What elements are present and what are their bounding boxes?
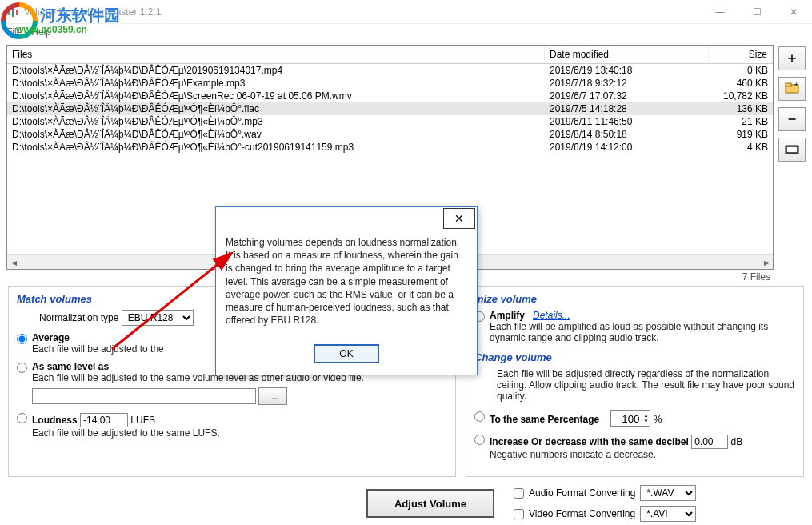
average-radio[interactable]	[17, 334, 27, 344]
cell-size: 10,782 KB	[709, 90, 773, 102]
minimize-button[interactable]: —	[702, 0, 738, 24]
audio-format-select[interactable]: *.WAV	[640, 485, 696, 501]
decibel-input[interactable]	[691, 435, 728, 449]
table-row[interactable]: D:\tools\×ÀÃæ\ÐÂ½¨ÎÄ¼þ¼Ð\ÐÂÊÓÆµ\20190619…	[7, 64, 773, 77]
column-header-files[interactable]: Files	[7, 46, 545, 63]
cell-path: D:\tools\×ÀÃæ\ÐÂ½¨ÎÄ¼þ¼Ð\ÐÂÊÓÆµ\ºÓ¶«Èí¼þ…	[7, 141, 545, 154]
decibel-note: Negative numbers indicate a decrease.	[490, 449, 742, 460]
column-header-date[interactable]: Date modified	[545, 46, 709, 63]
table-row[interactable]: D:\tools\×ÀÃæ\ÐÂ½¨ÎÄ¼þ¼Ð\ÐÂÊÓÆµ\ºÓ¶«Èí¼þ…	[7, 141, 773, 154]
svg-rect-1	[12, 7, 14, 17]
svg-rect-7	[787, 147, 797, 152]
loudness-radio[interactable]	[17, 413, 27, 423]
decibel-radio[interactable]	[474, 435, 485, 445]
amplify-label: Amplify	[490, 310, 525, 321]
amplify-desc: Each file will be amplified as loud as p…	[490, 321, 795, 343]
normalization-type-label: Normalization type	[39, 312, 118, 323]
percentage-radio[interactable]	[474, 411, 485, 422]
table-row[interactable]: D:\tools\×ÀÃæ\ÐÂ½¨ÎÄ¼þ¼Ð\ÐÂÊÓÆµ\ºÓ¶«Èí¼þ…	[7, 128, 773, 141]
scroll-left-icon[interactable]: ◂	[7, 255, 21, 269]
percentage-spinner[interactable]: ▲▼	[610, 410, 651, 427]
menubar: File Help	[0, 24, 812, 40]
dialog-close-button[interactable]: ✕	[443, 208, 475, 229]
table-row[interactable]: D:\tools\×ÀÃæ\ÐÂ½¨ÎÄ¼þ¼Ð\ÐÂÊÓÆµ\ScreenRe…	[7, 90, 773, 102]
add-file-button[interactable]: +	[778, 46, 806, 70]
cell-date: 2019/6/7 17:07:32	[545, 90, 709, 102]
chevron-up-icon[interactable]: ▲	[642, 413, 650, 419]
average-label: Average	[32, 332, 164, 343]
dialog-body-text: Matching volumes depends on loudness nor…	[216, 230, 477, 338]
average-desc: Each file will be adjusted to the	[32, 343, 164, 355]
info-dialog: ✕ Matching volumes depends on loudness n…	[215, 206, 478, 375]
video-convert-checkbox[interactable]	[514, 509, 524, 519]
clear-icon	[785, 142, 799, 158]
change-volume-title: Change volume	[474, 351, 795, 363]
table-row[interactable]: D:\tools\×ÀÃæ\ÐÂ½¨ÎÄ¼þ¼Ð\ÐÂÊÓÆµ\Example.…	[7, 77, 773, 90]
percentage-label: To the same Percentage	[490, 414, 599, 425]
minus-icon: −	[788, 111, 797, 128]
details-link[interactable]: Details...	[533, 310, 570, 321]
cell-date: 2019/7/5 14:18:28	[545, 102, 709, 115]
cell-size: 460 KB	[709, 77, 773, 90]
cell-date: 2019/6/19 14:12:00	[545, 141, 709, 154]
remove-file-button[interactable]: −	[778, 107, 806, 131]
cell-path: D:\tools\×ÀÃæ\ÐÂ½¨ÎÄ¼þ¼Ð\ÐÂÊÓÆµ\ºÓ¶«Èí¼þ…	[7, 128, 545, 141]
adjust-volume-button[interactable]: Adjust Volume	[366, 489, 494, 518]
percentage-unit: %	[654, 414, 662, 425]
clear-list-button[interactable]	[778, 138, 806, 162]
same-level-file-input[interactable]	[32, 388, 256, 404]
same-level-radio[interactable]	[17, 363, 27, 373]
plus-icon: +	[788, 50, 797, 67]
window-title: Volume Normalizer Master 1.2.1	[24, 6, 161, 18]
file-count-label: 7 Files	[742, 271, 770, 283]
table-row[interactable]: D:\tools\×ÀÃæ\ÐÂ½¨ÎÄ¼þ¼Ð\ÐÂÊÓÆµ\ºÓ¶«Èí¼þ…	[7, 115, 773, 128]
dialog-ok-button[interactable]: OK	[314, 344, 379, 363]
folder-plus-icon: +	[785, 82, 799, 96]
column-header-size[interactable]: Size	[709, 46, 773, 63]
audio-convert-label: Audio Format Converting	[529, 487, 635, 499]
video-format-select[interactable]: *.AVI	[640, 506, 696, 522]
cell-path: D:\tools\×ÀÃæ\ÐÂ½¨ÎÄ¼þ¼Ð\ÐÂÊÓÆµ\ºÓ¶«Èí¼þ…	[7, 115, 545, 128]
maximize-volume-title: mize volume	[474, 293, 795, 305]
cell-size: 0 KB	[709, 64, 773, 77]
scroll-right-icon[interactable]: ▸	[759, 255, 773, 269]
svg-rect-2	[16, 10, 18, 15]
cell-size: 136 KB	[709, 102, 773, 115]
cell-date: 2019/6/19 13:40:18	[545, 64, 709, 77]
change-volume-desc: Each file will be adjusted directly rega…	[497, 368, 795, 402]
titlebar: Volume Normalizer Master 1.2.1 — ☐ ✕	[0, 0, 812, 24]
maximize-button[interactable]: ☐	[738, 0, 775, 24]
svg-rect-4	[786, 83, 791, 86]
audio-convert-checkbox[interactable]	[514, 488, 524, 499]
cell-size: 4 KB	[709, 141, 773, 154]
loudness-label: Loudness	[32, 415, 78, 426]
add-folder-button[interactable]: +	[778, 77, 806, 101]
video-convert-label: Video Format Converting	[529, 508, 635, 519]
loudness-unit: LUFS	[130, 415, 155, 426]
decibel-label: Increase Or decrease with the same decib…	[490, 436, 689, 447]
menu-help[interactable]: Help	[31, 26, 51, 38]
app-icon	[6, 6, 19, 18]
cell-size: 21 KB	[709, 115, 773, 128]
cell-date: 2019/8/14 8:50:18	[545, 128, 709, 141]
loudness-desc: Each file will be adjusted to the same L…	[32, 427, 220, 439]
cell-size: 919 KB	[709, 128, 773, 141]
cell-path: D:\tools\×ÀÃæ\ÐÂ½¨ÎÄ¼þ¼Ð\ÐÂÊÓÆµ\ScreenRe…	[7, 90, 545, 102]
svg-text:+: +	[794, 82, 798, 88]
decibel-unit: dB	[730, 436, 742, 447]
cell-path: D:\tools\×ÀÃæ\ÐÂ½¨ÎÄ¼þ¼Ð\ÐÂÊÓÆµ\ºÓ¶«Èí¼þ…	[7, 102, 545, 115]
browse-button[interactable]: ...	[258, 387, 287, 405]
chevron-down-icon[interactable]: ▼	[642, 419, 650, 424]
table-row[interactable]: D:\tools\×ÀÃæ\ÐÂ½¨ÎÄ¼þ¼Ð\ÐÂÊÓÆµ\ºÓ¶«Èí¼þ…	[7, 102, 773, 115]
close-button[interactable]: ✕	[775, 0, 812, 24]
cell-date: 2019/6/11 11:46:50	[545, 115, 709, 128]
menu-file[interactable]: File	[6, 26, 22, 38]
cell-path: D:\tools\×ÀÃæ\ÐÂ½¨ÎÄ¼þ¼Ð\ÐÂÊÓÆµ\20190619…	[7, 64, 545, 77]
percentage-input[interactable]	[611, 412, 642, 426]
svg-rect-0	[8, 9, 10, 15]
cell-date: 2019/7/18 9:32:12	[545, 77, 709, 90]
normalization-type-select[interactable]: EBU R128	[122, 310, 194, 326]
loudness-input[interactable]	[80, 413, 128, 427]
cell-path: D:\tools\×ÀÃæ\ÐÂ½¨ÎÄ¼þ¼Ð\ÐÂÊÓÆµ\Example.…	[7, 77, 545, 90]
right-group: mize volume Amplify Details... Each file…	[466, 286, 804, 477]
